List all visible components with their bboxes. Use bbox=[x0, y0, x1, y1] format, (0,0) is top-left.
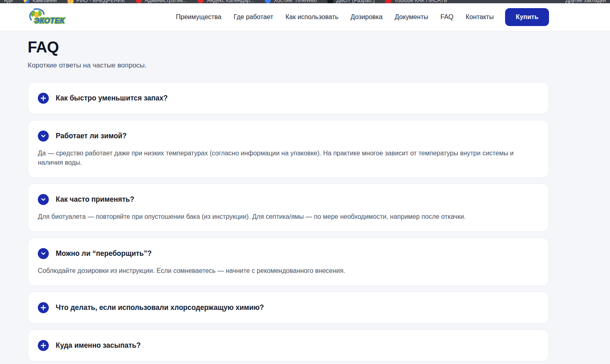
bookmark-label: Кампании bbox=[33, 0, 57, 3]
red-circle-icon bbox=[198, 0, 204, 3]
bookmark-item[interactable]: РИО - ВНЕДРЕНИЕ bbox=[68, 0, 125, 3]
faq-toggle[interactable]: Что делать, если использовали хлорсодерж… bbox=[38, 302, 539, 313]
logo-leaf-right bbox=[38, 10, 42, 17]
faq-card: Куда именно засыпать? bbox=[28, 329, 549, 362]
plus-icon bbox=[38, 340, 49, 351]
nav-item-документы[interactable]: Документы bbox=[395, 13, 428, 21]
bookmark-label: Хостинг TimeWeb bbox=[274, 0, 317, 3]
site-header: ЭКОТЕК Преимущества Где работает Как исп… bbox=[0, 3, 610, 31]
bookmark-item[interactable]: Яндекс Календар... bbox=[198, 0, 254, 3]
chevron-down-icon bbox=[38, 194, 49, 205]
faq-card: Как быстро уменьшится запах? bbox=[28, 82, 549, 114]
faq-card: Что делать, если использовали хлорсодерж… bbox=[28, 292, 549, 324]
faq-question: Куда именно засыпать? bbox=[56, 341, 141, 350]
faq-toggle[interactable]: Куда именно засыпать? bbox=[38, 340, 539, 351]
bookmark-item[interactable]: Youtube КАК ПИСАТЬ bbox=[385, 0, 447, 3]
page-title: FAQ bbox=[28, 39, 549, 56]
faq-answer: Для биотуалета — повторяйте при опустоше… bbox=[38, 212, 539, 221]
plus-icon bbox=[38, 93, 49, 104]
ecotek-logo-graphic: ЭКОТЕК bbox=[28, 8, 67, 26]
faq-list: Как быстро уменьшится запах? Работает ли… bbox=[28, 82, 549, 364]
faq-toggle[interactable]: Как быстро уменьшится запах? bbox=[38, 93, 539, 104]
plus-icon bbox=[38, 302, 49, 313]
faq-answer: Да — средство работает даже при низких т… bbox=[38, 148, 539, 167]
faq-toggle[interactable]: Работает ли зимой? bbox=[38, 131, 539, 142]
faq-card: Как часто применять? Для биотуалета — по… bbox=[28, 183, 549, 232]
bookmark-label: Яндекс Календар... bbox=[207, 0, 254, 3]
faq-question: Работает ли зимой? bbox=[56, 132, 127, 140]
main-nav: Преимущества Где работает Как использова… bbox=[176, 13, 494, 21]
bookmark-label: Административ... bbox=[145, 0, 187, 3]
chevron-down-icon bbox=[38, 131, 49, 142]
other-bookmarks-button[interactable]: Другие закладки bbox=[565, 0, 606, 3]
youtube-icon bbox=[385, 0, 391, 3]
faq-question: Можно ли “переборщить”? bbox=[56, 249, 152, 258]
faq-question: Что делать, если использовали хлорсодерж… bbox=[56, 303, 264, 312]
faq-card: Можно ли “переборщить”? Соблюдайте дозир… bbox=[28, 238, 549, 286]
bookmark-item[interactable]: ДВОТ (Разраб.) bbox=[327, 0, 375, 3]
faq-toggle[interactable]: Можно ли “переборщить”? bbox=[38, 248, 539, 259]
bookmark-label: ДВОТ (Разраб.) bbox=[336, 0, 375, 3]
page-subtitle: Короткие ответы на частые вопросы. bbox=[28, 61, 549, 70]
yandex-campaigns-icon bbox=[24, 0, 30, 3]
logo-wordmark: ЭКОТЕК bbox=[34, 17, 65, 25]
nav-item-преимущества[interactable]: Преимущества bbox=[176, 13, 222, 21]
faq-question: Как быстро уменьшится запах? bbox=[56, 94, 168, 102]
nav-item-где-работает[interactable]: Где работает bbox=[233, 13, 273, 21]
browser-bookmarks-bar: нде Кампании РИО - ВНЕДРЕНИЕ Администрат… bbox=[0, 0, 610, 3]
bookmark-label: РИО - ВНЕДРЕНИЕ bbox=[76, 0, 125, 3]
faq-section: FAQ Короткие ответы на частые вопросы. К… bbox=[28, 31, 549, 364]
nav-item-как-использовать[interactable]: Как использовать bbox=[285, 13, 338, 21]
bookmark-label: нде bbox=[4, 0, 13, 3]
black-square-icon bbox=[327, 0, 333, 3]
logo[interactable]: ЭКОТЕК bbox=[28, 8, 67, 26]
nav-item-дозировка[interactable]: Дозировка bbox=[351, 13, 383, 21]
bookmark-item[interactable]: Кампании bbox=[24, 0, 57, 3]
timeweb-icon bbox=[265, 0, 271, 3]
nav-item-faq[interactable]: FAQ bbox=[440, 13, 453, 21]
red-circle-icon bbox=[136, 0, 142, 3]
other-bookmarks-label: Другие закладки bbox=[565, 0, 606, 3]
faq-answer: Соблюдайте дозировки из инструкции. Если… bbox=[38, 266, 539, 275]
chevron-down-icon bbox=[38, 248, 49, 259]
bookmark-item[interactable]: Административ... bbox=[136, 0, 187, 3]
faq-card: Работает ли зимой? Да — средство работае… bbox=[28, 120, 549, 178]
folder-icon bbox=[68, 0, 74, 3]
faq-question: Как часто применять? bbox=[56, 195, 134, 204]
bookmark-item[interactable]: Хостинг TimeWeb bbox=[265, 0, 317, 3]
bookmark-item[interactable]: нде bbox=[4, 0, 13, 3]
nav-item-контакты[interactable]: Контакты bbox=[466, 13, 494, 21]
faq-toggle[interactable]: Как часто применять? bbox=[38, 194, 539, 205]
bookmarks-list: нде Кампании РИО - ВНЕДРЕНИЕ Администрат… bbox=[4, 0, 447, 3]
bookmark-label: Youtube КАК ПИСАТЬ bbox=[394, 0, 447, 3]
buy-button[interactable]: Купить bbox=[505, 8, 549, 26]
